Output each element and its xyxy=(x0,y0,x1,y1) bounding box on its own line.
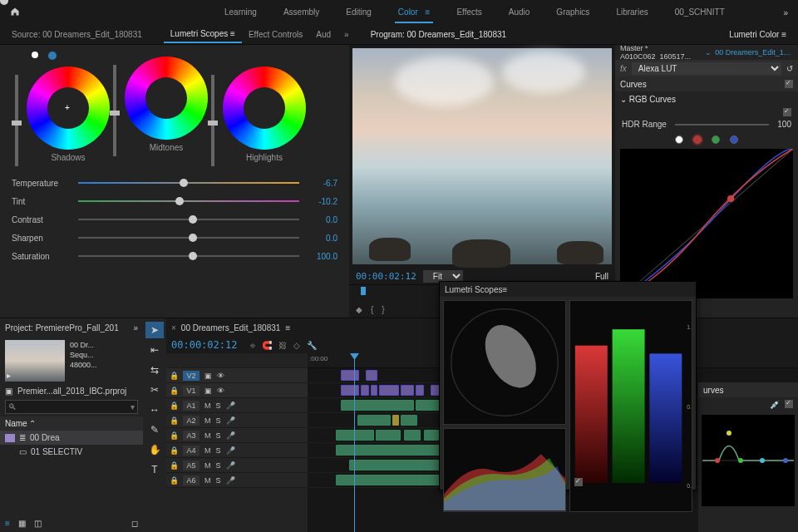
insert-icon[interactable]: ⎆ xyxy=(250,341,255,350)
add-marker-icon[interactable]: ◆ xyxy=(356,305,362,314)
toggle-output-icon[interactable]: ▣ xyxy=(204,387,212,395)
track-label-a6[interactable]: A6 xyxy=(183,475,200,485)
track-label-a5[interactable]: A5 xyxy=(183,461,200,470)
audio-tab[interactable]: Aud xyxy=(309,27,337,42)
track-label-a2[interactable]: A2 xyxy=(183,416,200,426)
track-header-a5[interactable]: 🔒 A5 M S 🎤 xyxy=(166,458,308,473)
timeline-close-icon[interactable]: × xyxy=(171,323,176,332)
track-label-a3[interactable]: A3 xyxy=(183,431,200,441)
clip-v2-1[interactable] xyxy=(341,370,359,381)
clip-a2-3[interactable] xyxy=(401,415,417,426)
highlights-luma-slider[interactable] xyxy=(211,75,214,166)
workspace-graphics[interactable]: Graphics xyxy=(553,2,593,23)
midtones-luma-slider[interactable] xyxy=(113,65,116,156)
shadows-luma-slider[interactable] xyxy=(15,75,18,166)
mark-out-icon[interactable]: } xyxy=(382,305,384,314)
track-header-v1[interactable]: 🔒 V1 ▣ 👁 xyxy=(166,383,308,398)
bin-row-1[interactable]: ▭ 01 SELECTIV xyxy=(0,445,143,459)
floating-lumetri-scopes[interactable]: Lumetri Scopes ≡ 1.0 0.5 0.0 xyxy=(439,281,697,490)
project-file-row[interactable]: ▣ Premier...all_2018_IBC.prproj xyxy=(0,385,143,397)
track-header-a6[interactable]: 🔒 A6 M S 🎤 xyxy=(166,473,308,488)
freeform-view-icon[interactable]: ◫ xyxy=(34,519,42,528)
lock-icon[interactable]: 🔒 xyxy=(170,476,178,485)
project-search-input[interactable] xyxy=(5,400,138,414)
track-label-a4[interactable]: A4 xyxy=(183,446,200,456)
track-label-v1[interactable]: V1 xyxy=(183,386,200,396)
clip-a3-3[interactable] xyxy=(404,430,421,441)
floating-scopes-title[interactable]: Lumetri Scopes ≡ xyxy=(440,282,696,297)
play-icon[interactable]: ▸ xyxy=(7,371,11,380)
mute-icon[interactable]: M xyxy=(204,476,211,485)
hue-sat-curve-editor[interactable] xyxy=(702,415,795,506)
solo-icon[interactable]: S xyxy=(216,476,221,485)
hue-sat-enable-checkbox[interactable] xyxy=(785,400,793,408)
solo-icon[interactable]: S xyxy=(216,446,221,455)
mute-icon[interactable]: M xyxy=(204,431,211,440)
sharpen-slider[interactable] xyxy=(78,237,299,239)
overflow-button[interactable]: » xyxy=(773,8,798,17)
lock-icon[interactable]: 🔒 xyxy=(170,416,178,425)
mark-in-icon[interactable]: { xyxy=(371,305,373,314)
lumetri-color-tab[interactable]: Lumetri Color ≡ xyxy=(722,27,793,42)
hamburger-icon[interactable]: ≡ xyxy=(426,7,431,17)
slip-tool[interactable]: ↔ xyxy=(145,401,164,418)
hand-tool[interactable]: ✋ xyxy=(145,441,164,458)
effect-controls-tab[interactable]: Effect Controls xyxy=(242,27,309,42)
mute-icon[interactable]: M xyxy=(204,401,211,410)
eye-icon[interactable]: 👁 xyxy=(217,387,224,395)
clip-a4-1[interactable] xyxy=(336,445,444,456)
track-label-v2[interactable]: V2 xyxy=(183,371,200,381)
new-item-icon[interactable]: ◻ xyxy=(131,519,138,528)
settings-icon[interactable]: 🔧 xyxy=(307,341,317,350)
program-monitor-tab[interactable]: Program: 00 Dreamers_Edit_180831 xyxy=(364,27,513,42)
track-header-a1[interactable]: 🔒 A1 M S 🎤 xyxy=(166,398,308,413)
sharpen-value[interactable]: 0.0 xyxy=(308,234,337,243)
clip-v1-6[interactable] xyxy=(416,385,424,396)
solo-icon[interactable]: S xyxy=(216,401,221,410)
pen-tool[interactable]: ✎ xyxy=(145,421,164,438)
curve-channel-blue[interactable] xyxy=(730,135,738,144)
workspace-learning[interactable]: Learning xyxy=(221,2,260,23)
mute-icon[interactable]: M xyxy=(204,446,211,455)
shadows-color-wheel[interactable]: + xyxy=(27,66,110,150)
saturation-slider[interactable] xyxy=(78,255,299,257)
track-label-a1[interactable]: A1 xyxy=(183,401,200,411)
lock-icon[interactable]: 🔒 xyxy=(170,372,178,380)
parade-rgb[interactable]: 1.0 0.5 0.0 xyxy=(569,300,692,512)
reset-icon[interactable]: ↺ xyxy=(786,64,793,73)
bin-row-0[interactable]: ≣ 00 Drea xyxy=(0,431,143,445)
clamp-signal-checkbox[interactable] xyxy=(574,478,583,486)
mute-icon[interactable]: M xyxy=(204,461,211,470)
program-timecode[interactable]: 00:00:02:12 xyxy=(356,271,416,282)
timeline-playhead[interactable] xyxy=(354,353,355,532)
lock-icon[interactable]: 🔒 xyxy=(170,387,178,395)
workspace-audio[interactable]: Audio xyxy=(505,2,534,23)
timeline-menu-icon[interactable]: ≡ xyxy=(285,323,290,332)
full-button[interactable]: Full xyxy=(595,272,608,281)
clip-v1-4[interactable] xyxy=(379,385,399,396)
clip-a1-1[interactable] xyxy=(341,400,414,411)
list-view-icon[interactable]: ≡ xyxy=(5,519,10,528)
type-tool[interactable]: T xyxy=(145,461,164,478)
clip-v1-1[interactable] xyxy=(341,385,359,396)
contrast-value[interactable]: 0.0 xyxy=(308,215,337,224)
sequence-link[interactable]: 00 Dreamers_Edit_180831... xyxy=(715,48,793,57)
solo-icon[interactable]: S xyxy=(216,416,221,425)
clip-v2-2[interactable] xyxy=(366,370,377,381)
selection-tool[interactable]: ➤ xyxy=(145,322,164,338)
curves-enable-checkbox[interactable] xyxy=(785,80,793,88)
snap-icon[interactable]: 🧲 xyxy=(262,341,272,350)
highlights-color-wheel[interactable] xyxy=(223,66,306,150)
workspace-assembly[interactable]: Assembly xyxy=(280,2,323,23)
curve-channel-luma[interactable] xyxy=(675,135,683,144)
tint-slider[interactable] xyxy=(78,200,299,202)
clip-v1-5[interactable] xyxy=(401,385,414,396)
source-panel-tab[interactable]: Source: 00 Dreamers_Edit_180831 xyxy=(5,27,149,42)
eyedropper-icon[interactable]: 💉 xyxy=(770,400,780,409)
eye-icon[interactable]: 👁 xyxy=(217,372,224,380)
project-name-column[interactable]: Name ⌃ xyxy=(0,416,143,431)
panel-overflow-left[interactable]: » xyxy=(337,27,356,42)
clip-a2-1[interactable] xyxy=(357,415,391,426)
hdr-range-value[interactable]: 100 xyxy=(777,120,791,129)
lock-icon[interactable]: 🔒 xyxy=(170,401,178,410)
